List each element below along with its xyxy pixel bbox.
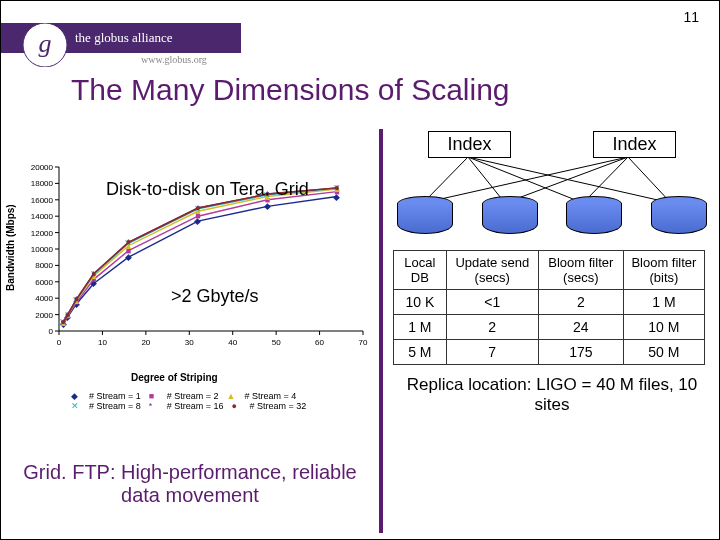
chart-annotation-disk: Disk-to-disk on Tera. Grid [106,179,309,200]
database-icon [482,196,538,234]
svg-text:2000: 2000 [35,311,53,320]
table-header: Update send (secs) [446,251,538,290]
table-cell: 24 [538,315,623,340]
table-cell: 1 M [623,290,704,315]
logo-url: www.globus.org [141,54,207,65]
svg-text:18000: 18000 [31,179,54,188]
index-box-1: Index [428,131,510,158]
svg-text:16000: 16000 [31,196,54,205]
table-cell: 2 [446,315,538,340]
table-row: 5 M717550 M [394,340,705,365]
legend-item: *# Stream = 16 [149,401,224,411]
database-icon [651,196,707,234]
table-cell: 1 M [394,315,447,340]
legend-item: ●# Stream = 32 [232,401,307,411]
svg-text:70: 70 [359,338,368,347]
table-header: Bloom filter (secs) [538,251,623,290]
legend-item: ◆# Stream = 1 [71,391,141,401]
page-number: 11 [683,9,699,25]
table-cell: 2 [538,290,623,315]
table-cell: <1 [446,290,538,315]
legend-item: ▲# Stream = 4 [227,391,297,401]
svg-text:0: 0 [57,338,62,347]
svg-text:10000: 10000 [31,245,54,254]
table-cell: 10 M [623,315,704,340]
legend-item: ✕# Stream = 8 [71,401,141,411]
svg-text:20: 20 [141,338,150,347]
svg-text:50: 50 [272,338,281,347]
svg-text:14000: 14000 [31,212,54,221]
svg-text:8000: 8000 [35,261,53,270]
table-row: 1 M22410 M [394,315,705,340]
svg-text:4000: 4000 [35,294,53,303]
database-icon [566,196,622,234]
chart-legend: ◆# Stream = 1■# Stream = 2▲# Stream = 4✕… [71,391,361,411]
svg-text:12000: 12000 [31,229,54,238]
bandwidth-striping-chart: Bandwidth (Mbps) 02000400060008000100001… [11,161,371,411]
replica-note: Replica location: LIGO = 40 M files, 10 … [393,375,711,415]
svg-text:g: g [39,29,52,58]
svg-text:60: 60 [315,338,324,347]
left-subtitle: Grid. FTP: High-performance, reliable da… [19,461,361,507]
logo-text: the globus alliance [75,30,173,45]
svg-text:10: 10 [98,338,107,347]
svg-text:6000: 6000 [35,278,53,287]
database-cylinders [393,196,711,234]
svg-text:20000: 20000 [31,163,54,172]
svg-text:40: 40 [228,338,237,347]
scaling-table: Local DBUpdate send (secs)Bloom filter (… [393,250,705,365]
chart-ylabel: Bandwidth (Mbps) [5,204,16,291]
database-icon [397,196,453,234]
table-cell: 5 M [394,340,447,365]
table-row: 10 K<121 M [394,290,705,315]
svg-text:30: 30 [185,338,194,347]
chart-xlabel: Degree of Striping [131,372,218,383]
globus-alliance-logo: g the globus alliance www.globus.org [1,23,241,67]
table-cell: 175 [538,340,623,365]
table-cell: 7 [446,340,538,365]
svg-text:0: 0 [49,327,54,336]
table-header: Local DB [394,251,447,290]
legend-item: ■# Stream = 2 [149,391,219,401]
chart-annotation-rate: >2 Gbyte/s [171,286,259,307]
column-divider [379,129,383,533]
page-title: The Many Dimensions of Scaling [71,73,510,107]
table-cell: 50 M [623,340,704,365]
index-box-2: Index [593,131,675,158]
table-header: Bloom filter (bits) [623,251,704,290]
table-cell: 10 K [394,290,447,315]
